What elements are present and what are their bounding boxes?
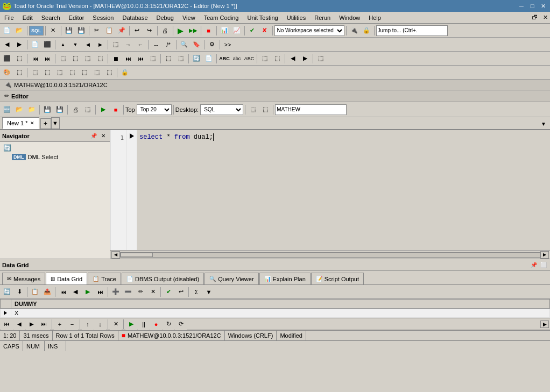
tb3-btn18[interactable]: ▶ xyxy=(299,53,311,65)
tb2-btn5[interactable]: ◀ xyxy=(82,39,94,51)
dg-tab-trace[interactable]: 📋 Trace xyxy=(88,273,121,284)
macro-button[interactable]: ⚙ xyxy=(206,39,218,51)
paste-button[interactable]: 📌 xyxy=(116,25,128,37)
dg-filter-button[interactable]: ▼ xyxy=(203,286,215,298)
execute-all-button[interactable]: ▶▶ xyxy=(187,25,199,37)
close-button[interactable]: ✕ xyxy=(538,1,548,11)
dg-tab-messages[interactable]: ✉ Messages xyxy=(2,273,45,284)
bookmark-button[interactable]: 🔖 xyxy=(191,39,202,51)
tb3-abc1[interactable]: ABC xyxy=(218,53,230,65)
cancel-button[interactable]: ✕ xyxy=(47,25,59,37)
new-file-button[interactable]: 📄 xyxy=(1,25,13,37)
save-button[interactable]: 💾 xyxy=(63,25,75,37)
nav-first-btn[interactable]: ⏮ xyxy=(1,318,13,330)
describe-button[interactable]: 📄 xyxy=(203,53,215,65)
tb3-btn8[interactable]: ⬚ xyxy=(94,53,106,65)
tb3-btn11[interactable]: ⏮ xyxy=(135,53,146,65)
connect-button[interactable]: 🔌 xyxy=(348,25,360,37)
tb3-btn16[interactable]: ⬚ xyxy=(271,53,283,65)
menu-view[interactable]: View xyxy=(178,12,200,24)
code-area[interactable]: select * from dual; xyxy=(137,130,550,250)
nav-expand-btn[interactable]: ▶ xyxy=(540,320,549,328)
redo-button[interactable]: ↪ xyxy=(144,25,156,37)
tb3-btn15[interactable]: ⬚ xyxy=(259,53,271,65)
nav-minus-btn[interactable]: − xyxy=(66,318,78,330)
maximize-button[interactable]: □ xyxy=(527,1,537,11)
minimize-button[interactable]: ─ xyxy=(517,1,526,11)
dg-post-button[interactable]: ✔ xyxy=(163,286,174,298)
tb3-btn7[interactable]: ⬚ xyxy=(82,53,94,65)
autotrace-button[interactable]: 📈 xyxy=(231,25,243,37)
dg-sum-button[interactable]: Σ xyxy=(191,286,202,298)
open-button[interactable]: 📂 xyxy=(13,25,25,37)
tb3-btn1[interactable]: ⬛ xyxy=(1,53,13,65)
tb3-abc2[interactable]: abc xyxy=(231,53,243,65)
tb4-btn9[interactable]: ⬚ xyxy=(103,67,115,79)
tabs-expand-button[interactable]: ▼ xyxy=(539,118,548,129)
dg-fetch-button[interactable]: ⬇ xyxy=(13,286,25,298)
cut-button[interactable]: ✂ xyxy=(91,25,103,37)
nav-all-btn[interactable]: ⟳ xyxy=(175,318,187,330)
dg-expand-button[interactable]: ⬜ xyxy=(539,261,548,269)
tb2-btn3[interactable]: ▲ xyxy=(57,39,69,51)
dg-edit-button[interactable]: ✏ xyxy=(135,286,146,298)
next-button[interactable]: ▶ xyxy=(13,39,25,51)
execute-button[interactable]: ▶ xyxy=(175,25,187,37)
dg-prev-button[interactable]: ◀ xyxy=(69,286,81,298)
disconnect-button[interactable]: 🔒 xyxy=(361,25,372,37)
dg-tab-datagrid[interactable]: ⊞ Data Grid xyxy=(46,273,87,284)
tb3-btn12[interactable]: ⬚ xyxy=(147,53,159,65)
tab-dropdown-button[interactable]: ▼ xyxy=(51,117,60,129)
tb2-btn1[interactable]: 📄 xyxy=(29,39,41,51)
menu-help[interactable]: Help xyxy=(364,12,385,24)
tb3-btn10[interactable]: ⏭ xyxy=(122,53,134,65)
print-button[interactable]: 🖨 xyxy=(159,25,171,37)
nav-stop-btn[interactable]: ✕ xyxy=(110,318,122,330)
outdent-button[interactable]: ← xyxy=(135,39,146,51)
jump-to-input[interactable] xyxy=(376,25,448,36)
nav-rec-btn[interactable]: ● xyxy=(150,318,162,330)
dg-col-dummy[interactable]: DUMMY xyxy=(11,300,550,309)
menu-rerun[interactable]: Rerun xyxy=(310,12,335,24)
tb3-btn3[interactable]: ⏮ xyxy=(29,53,41,65)
format-button[interactable]: ⬚ xyxy=(110,39,122,51)
scroll-right-button[interactable]: ▶ xyxy=(540,251,549,259)
tb4-btn2[interactable]: ⬚ xyxy=(13,67,25,79)
top-rows-selector[interactable]: Top 20 Top 10 Top 50 All Rows xyxy=(137,104,172,115)
nav-prev-btn[interactable]: ◀ xyxy=(13,318,25,330)
explain-plan-button[interactable]: 📊 xyxy=(218,25,230,37)
schema-browse-button[interactable]: ⬚ xyxy=(247,104,259,116)
tb3-btn19[interactable]: ⬚ xyxy=(315,53,327,65)
sql-save-button[interactable]: 💾 xyxy=(41,104,53,116)
tb3-btn17[interactable]: ◀ xyxy=(287,53,299,65)
navigator-dml-select[interactable]: DML DML Select xyxy=(1,153,109,161)
tb3-btn2[interactable]: ⬚ xyxy=(13,53,25,65)
nav-up-btn[interactable]: ↑ xyxy=(82,318,94,330)
tb4-btn8[interactable]: ⬚ xyxy=(91,67,103,79)
desktop-selector[interactable]: SQL PL/SQL Schema xyxy=(200,104,243,115)
tb4-btn7[interactable]: ⬚ xyxy=(79,67,90,79)
menu-close-button[interactable]: ✕ xyxy=(541,14,550,21)
menu-window[interactable]: Window xyxy=(335,12,364,24)
sql-print-button[interactable]: 🖨 xyxy=(69,104,81,116)
schema-browse2-button[interactable]: ⬚ xyxy=(259,104,271,116)
nav-play2-btn[interactable]: ▶ xyxy=(125,318,137,330)
tb3-btn13[interactable]: ⬚ xyxy=(163,53,174,65)
copy-button[interactable]: 📋 xyxy=(103,25,115,37)
tab-close-icon[interactable]: ✕ xyxy=(30,120,34,126)
dg-copy-button[interactable]: 📋 xyxy=(29,286,41,298)
comment-button[interactable]: -- xyxy=(150,39,162,51)
editor-h-scrollbar[interactable]: ◀ ▶ xyxy=(110,250,550,259)
dg-play-button[interactable]: ▶ xyxy=(82,286,94,298)
tb4-btn6[interactable]: ⬚ xyxy=(66,67,78,79)
nav-last-btn[interactable]: ⏭ xyxy=(38,318,50,330)
menu-session[interactable]: Session xyxy=(88,12,118,24)
tb3-abc3[interactable]: ABC xyxy=(243,53,255,65)
menu-edit[interactable]: Edit xyxy=(18,12,37,24)
rollback-button[interactable]: ✘ xyxy=(259,25,271,37)
tb4-btn3[interactable]: ⬚ xyxy=(29,67,41,79)
save-all-button[interactable]: 💾 xyxy=(75,25,87,37)
nav-next-btn[interactable]: ▶ xyxy=(26,318,38,330)
expand-btn[interactable]: >> xyxy=(222,39,234,51)
nav-pause-btn[interactable]: || xyxy=(138,318,150,330)
